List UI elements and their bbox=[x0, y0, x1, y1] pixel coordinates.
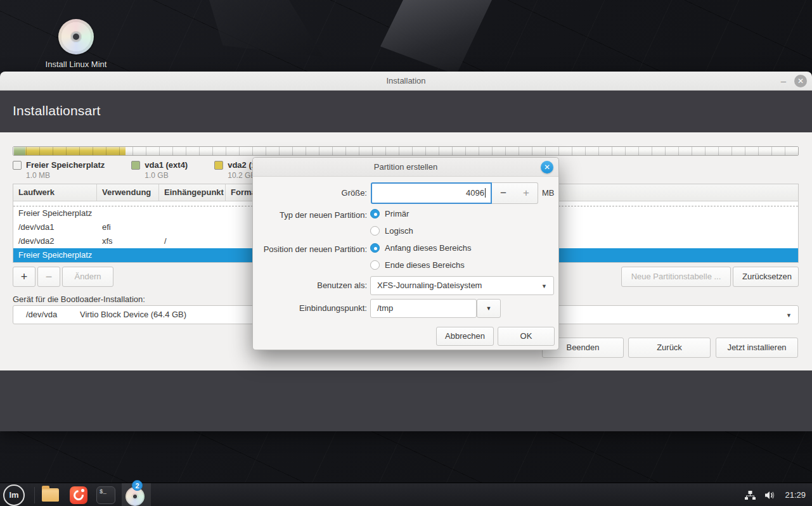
cell-verwendung: xfs bbox=[97, 234, 159, 248]
position-label: Position der neuen Partition: bbox=[253, 244, 367, 254]
desktop-icon-install[interactable]: Install Linux Mint bbox=[43, 19, 109, 69]
remove-partition-button[interactable]: − bbox=[37, 267, 60, 287]
cell-einhaengepunkt bbox=[159, 206, 226, 220]
cell-einhaengepunkt bbox=[159, 248, 226, 262]
radio-end[interactable]: Ende dieses Bereichs bbox=[370, 260, 465, 270]
partition-bar-segment bbox=[13, 147, 14, 155]
partition-bar bbox=[13, 146, 799, 156]
create-partition-dialog: Partition erstellen ✕ Größe: 4096 − + MB… bbox=[252, 157, 559, 350]
cell-einhaengepunkt: / bbox=[159, 234, 226, 248]
firefox-ring-tip bbox=[81, 489, 84, 492]
new-partition-table-button[interactable]: Neue Partitionstabelle ... bbox=[621, 267, 731, 287]
legend-item: Freier Speicherplatz 1.0 MB bbox=[13, 160, 105, 180]
cell-laufwerk: /dev/vda2 bbox=[13, 234, 97, 248]
window-count-badge: 2 bbox=[132, 480, 143, 491]
install-now-button[interactable]: Jetzt installieren bbox=[716, 338, 798, 358]
column-header-laufwerk[interactable]: Laufwerk bbox=[13, 184, 97, 201]
size-label: Größe: bbox=[253, 188, 367, 198]
column-header-einhaengepunkt[interactable]: Einhängepunkt bbox=[159, 184, 226, 201]
bootloader-label: Gerät für die Bootloader-Installation: bbox=[13, 294, 145, 304]
radio-primary-label: Primär bbox=[385, 209, 409, 218]
radio-beginning[interactable]: Anfang dieses Bereichs bbox=[370, 243, 472, 253]
cell-verwendung bbox=[97, 206, 159, 220]
cell-verwendung: efi bbox=[97, 220, 159, 234]
dialog-close-button[interactable]: ✕ bbox=[541, 161, 553, 174]
size-decrement-button[interactable]: − bbox=[492, 182, 515, 204]
partial-row-text: /dev/vda bbox=[18, 201, 49, 203]
ok-button[interactable]: OK bbox=[498, 327, 555, 346]
legend-swatch[interactable] bbox=[131, 161, 140, 170]
bootloader-device-description: Virtio Block Device (64.4 GB) bbox=[80, 306, 186, 324]
radio-logical-label: Logisch bbox=[385, 226, 413, 236]
legend-item: vda1 (ext4) 1.0 GB bbox=[131, 160, 188, 180]
cancel-button[interactable]: Abbrechen bbox=[436, 327, 494, 346]
page-header: Installationsart bbox=[0, 91, 812, 132]
cd-disc-icon bbox=[58, 19, 94, 54]
radio-off-icon bbox=[370, 260, 380, 270]
chevron-down-icon: ▼ bbox=[786, 306, 792, 325]
cell-laufwerk: /dev/vda1 bbox=[13, 220, 97, 234]
minimize-button[interactable]: – bbox=[779, 75, 788, 87]
mount-point-input[interactable]: /tmp bbox=[370, 299, 477, 318]
radio-on-icon bbox=[370, 243, 380, 253]
window-titlebar[interactable]: Installation – ✕ bbox=[0, 72, 812, 91]
use-as-label: Benutzen als: bbox=[253, 281, 367, 290]
terminal-icon[interactable]: $_ bbox=[96, 486, 115, 504]
close-button[interactable]: ✕ bbox=[794, 75, 807, 87]
radio-on-icon bbox=[370, 209, 380, 218]
size-unit-label: MB bbox=[542, 188, 555, 198]
chevron-down-icon: ▼ bbox=[541, 277, 547, 296]
add-partition-button[interactable]: + bbox=[13, 267, 35, 287]
legend-swatch[interactable] bbox=[214, 161, 223, 170]
volume-icon[interactable] bbox=[764, 490, 776, 500]
radio-off-icon bbox=[370, 226, 380, 236]
installer-task-item[interactable]: 2 bbox=[122, 483, 151, 506]
network-icon[interactable] bbox=[745, 490, 756, 500]
radio-end-label: Ende dieses Bereichs bbox=[385, 260, 465, 270]
use-as-value: XFS-Journaling-Dateisystem bbox=[377, 281, 482, 290]
firefox-icon[interactable] bbox=[70, 486, 87, 504]
partition-bar-segment bbox=[25, 147, 126, 155]
bootloader-device: /dev/vda bbox=[26, 306, 57, 324]
partition-bar-segment bbox=[126, 147, 798, 155]
change-partition-button[interactable]: Ändern ... bbox=[62, 267, 113, 287]
taskbar-separator bbox=[34, 487, 35, 503]
radio-beginning-label: Anfang dieses Bereichs bbox=[385, 243, 472, 253]
dialog-title: Partition erstellen bbox=[253, 158, 558, 177]
use-as-select[interactable]: XFS-Journaling-Dateisystem ▼ bbox=[370, 276, 554, 295]
size-increment-button[interactable]: + bbox=[515, 182, 538, 204]
partition-bar-segment bbox=[14, 147, 25, 155]
clock[interactable]: 21:29 bbox=[785, 490, 806, 500]
type-label: Typ der neuen Partition: bbox=[253, 210, 367, 220]
mint-menu-button[interactable]: lm bbox=[3, 484, 25, 506]
mount-point-label: Einbindungspunkt: bbox=[253, 303, 367, 313]
legend-size: 1.0 GB bbox=[145, 171, 188, 180]
system-tray: 21:29 bbox=[745, 483, 806, 506]
desktop-icon-label: Install Linux Mint bbox=[43, 60, 109, 69]
radio-logical[interactable]: Logisch bbox=[370, 226, 413, 236]
mount-point-dropdown-button[interactable]: ▼ bbox=[477, 299, 501, 318]
dialog-titlebar[interactable]: Partition erstellen ✕ bbox=[253, 158, 558, 177]
cell-laufwerk: Freier Speicherplatz bbox=[13, 206, 97, 220]
screen: Install Linux Mint Installation – ✕ Inst… bbox=[0, 0, 812, 506]
mount-point-value: /tmp bbox=[377, 303, 393, 313]
cell-laufwerk: Freier Speicherplatz bbox=[13, 248, 97, 262]
radio-primary[interactable]: Primär bbox=[370, 209, 409, 218]
legend-size: 1.0 MB bbox=[26, 171, 105, 180]
revert-button[interactable]: Zurücksetzen bbox=[733, 267, 799, 287]
text-cursor bbox=[485, 188, 486, 198]
page-title: Installationsart bbox=[13, 103, 101, 118]
legend-swatch[interactable] bbox=[13, 161, 22, 170]
size-value: 4096 bbox=[466, 188, 484, 198]
back-button[interactable]: Zurück bbox=[628, 338, 711, 358]
size-input[interactable]: 4096 bbox=[371, 182, 492, 204]
cell-einhaengepunkt bbox=[159, 220, 226, 234]
file-manager-icon[interactable] bbox=[42, 488, 59, 502]
legend-label: vda1 (ext4) bbox=[145, 160, 188, 170]
window-title: Installation bbox=[0, 72, 812, 91]
taskbar: lm $_ 2 bbox=[0, 483, 812, 506]
legend-label: Freier Speicherplatz bbox=[26, 160, 105, 170]
column-header-verwendung[interactable]: Verwendung bbox=[97, 184, 159, 201]
cell-verwendung bbox=[97, 248, 159, 262]
window-footer bbox=[0, 370, 812, 431]
